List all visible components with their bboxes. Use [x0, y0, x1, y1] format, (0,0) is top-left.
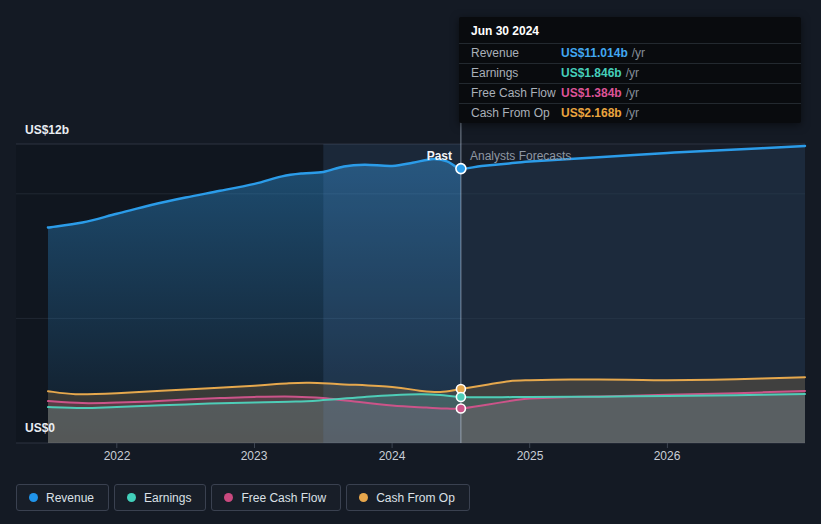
- legend-toggle-revenue[interactable]: Revenue: [16, 484, 109, 511]
- past-section-label: Past: [427, 149, 452, 163]
- legend-toggle-earnings[interactable]: Earnings: [114, 484, 206, 511]
- legend-toggle-cash-from-op[interactable]: Cash From Op: [346, 484, 470, 511]
- free-cash-flow-marker[interactable]: [456, 404, 465, 413]
- x-axis-label-2026: 2026: [654, 449, 681, 463]
- chart-legend: Revenue Earnings Free Cash Flow Cash Fro…: [16, 484, 470, 511]
- tooltip-label: Cash From Op: [471, 106, 561, 121]
- tooltip-label: Revenue: [471, 46, 561, 61]
- tooltip-value: US$11.014b: [561, 46, 628, 61]
- legend-toggle-free-cash-flow[interactable]: Free Cash Flow: [211, 484, 341, 511]
- chart-tooltip: Jun 30 2024 Revenue US$11.014b /yr Earni…: [459, 17, 801, 123]
- tooltip-value: US$1.846b: [561, 66, 622, 81]
- y-axis-zero-label: US$0: [25, 421, 55, 435]
- tooltip-value: US$1.384b: [561, 86, 622, 101]
- earnings-revenue-growth-panel: US$12b US$0 2022 2023 2024 2025 2026 Pas…: [0, 0, 821, 524]
- x-axis-label-2025: 2025: [517, 449, 544, 463]
- tooltip-row-earnings: Earnings US$1.846b /yr: [459, 63, 801, 83]
- tooltip-row-cash-from-op: Cash From Op US$2.168b /yr: [459, 103, 801, 123]
- tooltip-row-revenue: Revenue US$11.014b /yr: [459, 43, 801, 63]
- x-axis-label-2023: 2023: [241, 449, 268, 463]
- x-axis-label-2022: 2022: [104, 449, 131, 463]
- legend-label: Cash From Op: [376, 491, 455, 505]
- tooltip-date: Jun 30 2024: [459, 17, 801, 43]
- legend-label: Free Cash Flow: [241, 491, 326, 505]
- analysts-forecasts-section-label: Analysts Forecasts: [470, 149, 571, 163]
- y-axis-max-label: US$12b: [25, 123, 69, 137]
- tooltip-value: US$2.168b: [561, 106, 622, 121]
- tooltip-unit: /yr: [626, 86, 639, 101]
- legend-label: Revenue: [46, 491, 94, 505]
- earnings-marker[interactable]: [456, 393, 465, 402]
- tooltip-row-free-cash-flow: Free Cash Flow US$1.384b /yr: [459, 83, 801, 103]
- revenue-dot-icon: [29, 493, 38, 502]
- earnings-dot-icon: [127, 493, 136, 502]
- free-cash-flow-dot-icon: [224, 493, 233, 502]
- cash-from-op-dot-icon: [359, 493, 368, 502]
- tooltip-unit: /yr: [626, 106, 639, 121]
- tooltip-label: Free Cash Flow: [471, 86, 561, 101]
- revenue-marker[interactable]: [456, 164, 466, 174]
- tooltip-unit: /yr: [626, 66, 639, 81]
- x-axis-label-2024: 2024: [379, 449, 406, 463]
- tooltip-label: Earnings: [471, 66, 561, 81]
- legend-label: Earnings: [144, 491, 191, 505]
- tooltip-unit: /yr: [632, 46, 645, 61]
